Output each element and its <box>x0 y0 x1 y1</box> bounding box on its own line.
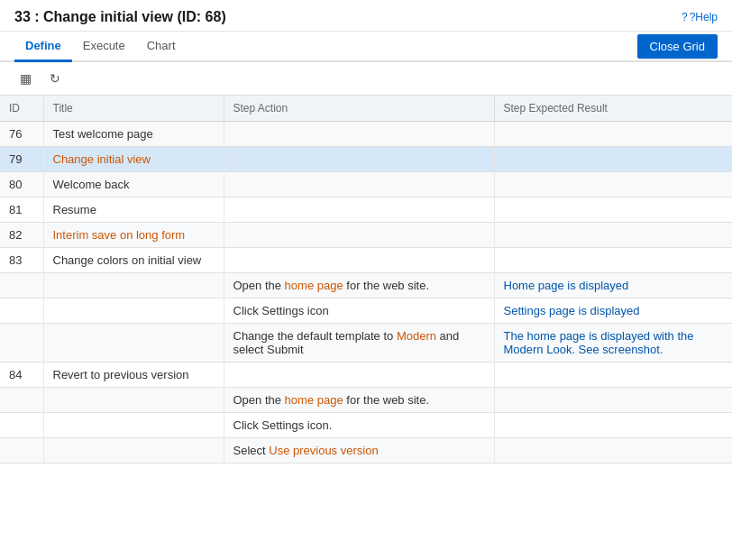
cell-id: 79 <box>0 147 43 172</box>
cell-expected <box>494 413 732 438</box>
table-row: Open the home page for the web site. <box>0 388 732 413</box>
cell-action: Click Settings icon <box>224 298 494 324</box>
cell-title <box>43 413 224 438</box>
column-header-title: Title <box>43 96 224 122</box>
cell-expected <box>494 147 732 172</box>
table-row: Open the home page for the web site.Home… <box>0 273 732 298</box>
table-body: 76Test welcome page79Change initial view… <box>0 122 732 464</box>
data-table: ID Title Step Action Step Expected Resul… <box>0 96 732 464</box>
close-grid-button[interactable]: Close Grid <box>637 34 718 59</box>
cell-action: Select Use previous version <box>224 438 494 464</box>
table-row: 83Change colors on initial view <box>0 248 732 273</box>
cell-action: Click Settings icon. <box>224 413 494 438</box>
table-row: 84Revert to previous version <box>0 363 732 388</box>
cell-title <box>43 298 224 324</box>
filter-icon: ▦ <box>20 71 32 86</box>
table-row: 76Test welcome page <box>0 122 732 147</box>
table-row: 79Change initial view <box>0 147 732 172</box>
cell-action: Open the home page for the web site. <box>224 388 494 413</box>
grid-container: ID Title Step Action Step Expected Resul… <box>0 96 732 552</box>
cell-title <box>43 438 224 464</box>
cell-title[interactable]: Interim save on long form <box>43 223 224 248</box>
cell-action <box>224 248 494 273</box>
cell-id <box>0 413 43 438</box>
table-row: Select Use previous version <box>0 438 732 464</box>
table-row: Click Settings iconSettings page is disp… <box>0 298 732 324</box>
tabs-container: Define Execute Chart <box>14 32 187 60</box>
cell-action <box>224 223 494 248</box>
table-row: Change the default template to Modern an… <box>0 324 732 363</box>
cell-action <box>224 197 494 223</box>
cell-id: 76 <box>0 122 43 147</box>
cell-id: 82 <box>0 223 43 248</box>
cell-action <box>224 147 494 172</box>
cell-expected <box>494 438 732 464</box>
cell-expected <box>494 172 732 197</box>
cell-title: Change colors on initial view <box>43 248 224 273</box>
cell-action <box>224 363 494 388</box>
cell-action: Open the home page for the web site. <box>224 273 494 298</box>
tabs-row: Define Execute Chart Close Grid <box>0 32 732 62</box>
tab-chart[interactable]: Chart <box>136 32 187 62</box>
table-row: 80Welcome back <box>0 172 732 197</box>
tab-execute[interactable]: Execute <box>72 32 136 62</box>
filter-button[interactable]: ▦ <box>14 68 37 89</box>
cell-action <box>224 122 494 147</box>
cell-expected: Home page is displayed <box>494 273 732 298</box>
cell-id: 83 <box>0 248 43 273</box>
cell-id <box>0 273 43 298</box>
column-header-action: Step Action <box>224 96 494 122</box>
cell-id: 80 <box>0 172 43 197</box>
cell-expected: The home page is displayed with the Mode… <box>494 324 732 363</box>
toolbar: ▦ ↻ <box>0 62 732 96</box>
cell-expected <box>494 388 732 413</box>
cell-expected <box>494 122 732 147</box>
cell-title <box>43 324 224 363</box>
table-header-row: ID Title Step Action Step Expected Resul… <box>0 96 732 122</box>
table-row: Click Settings icon. <box>0 413 732 438</box>
cell-expected <box>494 223 732 248</box>
cell-expected: Settings page is displayed <box>494 298 732 324</box>
cell-title: Revert to previous version <box>43 363 224 388</box>
page-header: 33 : Change initial view (ID: 68) ? ?Hel… <box>0 0 732 32</box>
cell-title[interactable]: Change initial view <box>43 147 224 172</box>
table-row: 81Resume <box>0 197 732 223</box>
cell-id <box>0 324 43 363</box>
column-header-expected: Step Expected Result <box>494 96 732 122</box>
cell-id <box>0 438 43 464</box>
column-header-id: ID <box>0 96 43 122</box>
cell-id: 81 <box>0 197 43 223</box>
help-icon: ? <box>682 11 688 23</box>
refresh-button[interactable]: ↻ <box>44 68 66 89</box>
cell-expected <box>494 197 732 223</box>
cell-expected <box>494 248 732 273</box>
page-title: 33 : Change initial view (ID: 68) <box>14 9 226 25</box>
cell-title: Test welcome page <box>43 122 224 147</box>
cell-expected <box>494 363 732 388</box>
table-row: 82Interim save on long form <box>0 223 732 248</box>
cell-title <box>43 388 224 413</box>
cell-action: Change the default template to Modern an… <box>224 324 494 363</box>
tab-define[interactable]: Define <box>14 32 72 62</box>
cell-title: Welcome back <box>43 172 224 197</box>
cell-title: Resume <box>43 197 224 223</box>
cell-id: 84 <box>0 363 43 388</box>
cell-id <box>0 298 43 324</box>
cell-action <box>224 172 494 197</box>
cell-id <box>0 388 43 413</box>
help-link[interactable]: ? ?Help <box>682 11 718 23</box>
cell-title <box>43 273 224 298</box>
refresh-icon: ↻ <box>50 71 60 86</box>
